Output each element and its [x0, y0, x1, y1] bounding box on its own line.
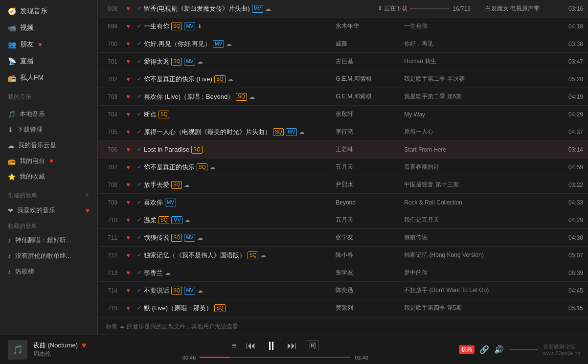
sidebar-item-fm[interactable]: 📻 私人FM	[0, 69, 97, 86]
like-button[interactable]: ♥	[122, 304, 134, 312]
table-row[interactable]: 713♥✓李香兰☁张学友梦中的你06:39	[98, 264, 588, 282]
sidebar-item-playlist-2[interactable]: ♪ 没有胖伦的歌单终...	[0, 248, 97, 264]
table-row[interactable]: 710♥✓温柔SQMV☁五月天我们是五月天04:29	[98, 211, 588, 229]
table-row[interactable]: 699♥✓一生有你SQMV⬇水木年华一生有你04:18	[98, 18, 588, 35]
like-button[interactable]: ♥	[122, 128, 134, 136]
mv-tag[interactable]: MV	[184, 287, 195, 295]
like-btn[interactable]: 🔗	[479, 345, 489, 354]
heart-icon: ♥	[126, 251, 130, 259]
next-btn[interactable]: ⏭	[287, 340, 297, 351]
table-row[interactable]: 705♥✓原得一人心（电视剧《最美的时光》片头曲）SQMV☁李行亮原得一人心04…	[98, 123, 588, 141]
mv-tag[interactable]: MV	[184, 234, 195, 242]
song-duration: 05:15	[554, 305, 583, 312]
volume-bar[interactable]	[509, 349, 538, 350]
cloud-icon: ☁	[184, 217, 190, 224]
sidebar-item-local-music[interactable]: 🎵 本地音乐	[0, 106, 97, 122]
playlist-btn[interactable]: ≡	[232, 341, 236, 350]
sidebar-item-playlist-1[interactable]: ♪ 神仙翻唱：超好听...	[0, 232, 97, 248]
liked-music-label: 我喜欢的音乐	[17, 206, 55, 215]
quality-badge[interactable]: 极高	[459, 345, 475, 354]
live-icon: 📡	[8, 57, 16, 65]
like-button[interactable]: ♥	[122, 58, 134, 65]
song-title-col: 李香兰☁	[144, 269, 336, 277]
sq-tag: SQ	[191, 146, 202, 154]
cloud-icon: ☁	[260, 252, 266, 259]
like-button[interactable]: ♥	[122, 234, 134, 241]
heart-icon: ♥	[126, 287, 130, 294]
prev-btn[interactable]: ⏮	[246, 340, 256, 351]
like-button[interactable]: ♥	[122, 146, 134, 153]
like-button[interactable]: ♥	[122, 181, 134, 188]
song-artist: 张敬轩	[336, 110, 404, 118]
table-row[interactable]: 706♥✓Lost in ParadiseSQ王若琳Start From Her…	[98, 141, 588, 159]
volume-btn[interactable]: 🔊	[494, 345, 504, 354]
like-button[interactable]: ♥	[122, 40, 134, 47]
created-playlists-label: 创建的歌单	[8, 191, 37, 200]
table-row[interactable]: 712♥✓独家记忆（《我不是伟人》国语版）SQ☁陈小春独家记忆 (Hong Ko…	[98, 247, 588, 264]
like-button[interactable]: ♥	[122, 23, 134, 30]
mv-tag[interactable]: MV	[184, 58, 195, 66]
sidebar-item-live[interactable]: 📡 直播	[0, 53, 97, 69]
table-row[interactable]: 714♥✓不要说话SQMV☁陈奕迅不想放手 (Don't Want To Let…	[98, 282, 588, 299]
sidebar-item-discover[interactable]: 🧭 发现音乐	[0, 3, 97, 20]
pause-btn[interactable]: ⏸	[266, 339, 277, 353]
table-row[interactable]: 715♥✓默 (Live)（原唱：那英）SQ黄致列我是歌手第四季 第5期05:1…	[98, 299, 588, 317]
song-title: Lost in Paradise	[144, 146, 189, 153]
table-row[interactable]: 703♥✓喜欢你 (Live)（原唱：Beyond）SQ☁G.E.M.邓紫棋我是…	[98, 88, 588, 106]
table-row[interactable]: 698♥✓留香(电视剧《新白发魔女传》片头曲)MV☁ ⬇ 正在下载 16/713…	[98, 0, 588, 18]
mv-tag[interactable]: MV	[184, 23, 195, 30]
song-title-col: 原得一人心（电视剧《最美的时光》片头曲）SQMV☁	[144, 128, 336, 136]
like-button[interactable]: ♥	[122, 75, 134, 83]
mv-tag[interactable]: MV	[165, 199, 176, 206]
sidebar-item-my-radio[interactable]: 📻 我的电台	[0, 153, 97, 169]
song-title: 温柔	[144, 216, 157, 225]
like-button[interactable]: ♥	[122, 93, 134, 100]
song-number: 707	[103, 164, 122, 171]
like-button[interactable]: ♥	[122, 5, 134, 12]
like-button[interactable]: ♥	[122, 251, 134, 259]
table-row[interactable]: 702♥✓你不是真正的快乐 (Live)SQ☁G.E.M.邓紫棋我是歌手第二季 …	[98, 70, 588, 88]
mv-tag[interactable]: MV	[252, 5, 263, 13]
broadcast-icon: 📻	[8, 158, 16, 165]
sidebar-item-charts[interactable]: ♪ 热歌榜	[0, 264, 97, 279]
table-row[interactable]: 700♥✓你好,再见（你好,再见）MV☁戚薇你好，再见03:38	[98, 35, 588, 53]
mv-tag[interactable]: MV	[286, 128, 297, 136]
table-row[interactable]: 701♥✓爱得太迟SQMV☁古巨基Human 我生03:47	[98, 53, 588, 70]
interval-btn[interactable]: 间	[307, 341, 318, 351]
sidebar-item-fm-label: 私人FM	[20, 73, 44, 82]
like-button[interactable]: ♥	[122, 216, 134, 224]
add-playlist-button[interactable]: +	[84, 190, 90, 201]
table-row[interactable]: 709♥✓喜欢你MVBeyondRock & Roll Collection04…	[98, 194, 588, 211]
table-row[interactable]: 707♥✓你不是真正的快乐SQ☁五月天后青春期的诗04:59	[98, 159, 588, 176]
table-row[interactable]: 708♥✓放手去爱SQ☁尹熙水中国最强音 第十三期03:22	[98, 176, 588, 194]
table-row[interactable]: 704♥✓断点SQ张敬轩My Way04:29	[98, 106, 588, 123]
like-button[interactable]: ♥	[122, 163, 134, 171]
checkmark: ✓	[137, 252, 141, 258]
like-button[interactable]: ♥	[122, 111, 134, 118]
mv-tag[interactable]: MV	[171, 216, 182, 224]
sidebar-item-download[interactable]: ⬇ 下载管理	[0, 122, 97, 137]
like-button[interactable]: ♥	[122, 199, 134, 206]
progress-track[interactable]	[200, 357, 351, 358]
mv-tag[interactable]: MV	[213, 40, 224, 48]
song-duration: 04:59	[554, 164, 583, 171]
song-title: 断点	[144, 110, 157, 119]
table-row[interactable]: 711♥✓饿狼传说SQMV☁张学友饿狼传说04:30	[98, 229, 588, 247]
player-like-icon[interactable]: ♥	[82, 341, 87, 350]
check-icon: ✓	[134, 5, 144, 12]
download-progress-bar	[410, 8, 450, 9]
check-icon: ✓	[134, 146, 144, 153]
like-button[interactable]: ♥	[122, 269, 134, 276]
sidebar-item-my-collection[interactable]: ⭐ 我的收藏	[0, 169, 97, 184]
song-number: 701	[103, 58, 122, 65]
sidebar-item-friends[interactable]: 👥 朋友	[0, 36, 97, 53]
checkmark: ✓	[137, 93, 141, 100]
song-number: 702	[103, 76, 122, 83]
sidebar-item-cloud-disk[interactable]: ☁ 我的音乐云盘	[0, 137, 97, 153]
sidebar-item-liked-music[interactable]: ❤ 我喜欢的音乐 ♥	[0, 203, 97, 218]
song-title-col: 你好,再见（你好,再见）MV☁	[144, 40, 336, 48]
sidebar-item-video[interactable]: 📹 视频	[0, 20, 97, 36]
download-icon[interactable]: ⬇	[197, 23, 202, 30]
like-button[interactable]: ♥	[122, 287, 134, 294]
checkmark: ✓	[137, 5, 141, 12]
